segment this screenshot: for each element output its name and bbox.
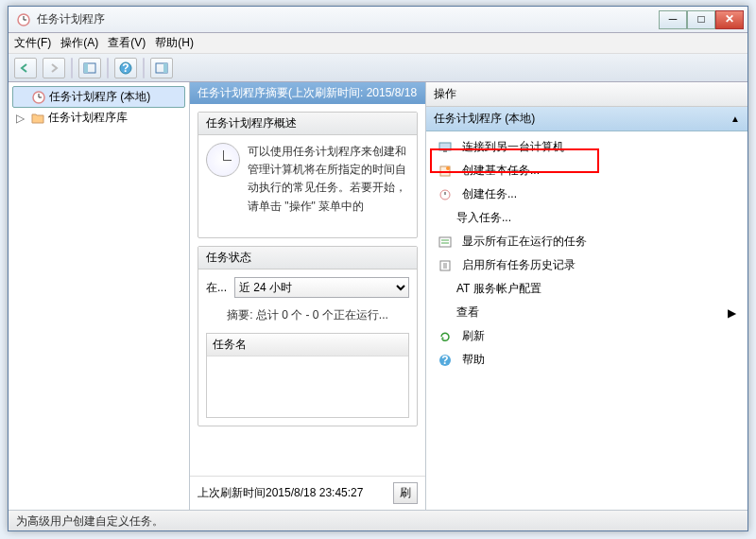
help-button[interactable]: ? — [114, 58, 137, 78]
action-at-config-label: AT 服务帐户配置 — [456, 281, 541, 297]
menu-bar: 文件(F) 操作(A) 查看(V) 帮助(H) — [9, 33, 747, 54]
action-view-label: 查看 — [456, 304, 479, 321]
hide-tree-button[interactable] — [78, 58, 101, 78]
svg-rect-8 — [163, 63, 167, 73]
clock-icon — [206, 143, 240, 177]
toolbar: ? — [9, 54, 747, 82]
expander-icon[interactable]: ▷ — [16, 112, 27, 125]
window-title: 任务计划程序 — [37, 11, 659, 27]
task-list-header[interactable]: 任务名 — [207, 334, 408, 356]
actions-subheader[interactable]: 任务计划程序 (本地) ▲ — [426, 107, 747, 131]
wizard-icon — [438, 164, 453, 179]
action-show-running[interactable]: 显示所有正在运行的任务 — [426, 230, 747, 253]
action-at-config[interactable]: AT 服务帐户配置 — [426, 277, 747, 301]
collapse-icon[interactable]: ▲ — [730, 113, 740, 124]
content-area: 任务计划程序 (本地) ▷ 任务计划程序库 任务计划程序摘要(上次刷新时间: 2… — [9, 82, 747, 510]
status-bar: 为高级用户创建自定义任务。 — [9, 510, 747, 530]
toolbar-separator-2 — [107, 58, 109, 78]
action-create-basic-label: 创建基本任务... — [462, 163, 540, 179]
action-create-label: 创建任务... — [462, 186, 517, 202]
svg-point-15 — [446, 166, 450, 170]
task-icon — [438, 187, 453, 202]
status-panel: 任务状态 在... 近 24 小时 摘要: 总计 0 个 - 0 个正在运行..… — [198, 246, 418, 426]
actions-pane: 操作 任务计划程序 (本地) ▲ 连接到另一台计算机... 创建基本任务... … — [426, 82, 747, 510]
scheduler-icon — [32, 91, 45, 104]
svg-text:?: ? — [122, 61, 129, 75]
close-button[interactable]: ✕ — [715, 10, 744, 29]
menu-file[interactable]: 文件(F) — [14, 35, 51, 51]
main-window: 任务计划程序 ─ □ ✕ 文件(F) 操作(A) 查看(V) 帮助(H) ? 任… — [8, 6, 748, 531]
action-create-basic[interactable]: 创建基本任务... — [426, 159, 747, 183]
last-refresh-time: 上次刷新时间2015/8/18 23:45:27 — [198, 485, 386, 501]
window-buttons: ─ □ ✕ — [659, 10, 744, 29]
svg-rect-12 — [439, 143, 451, 150]
action-help[interactable]: ? 帮助 — [426, 348, 747, 372]
running-tasks-icon — [438, 235, 453, 250]
back-button[interactable] — [14, 58, 37, 78]
actions-subheader-label: 任务计划程序 (本地) — [434, 111, 535, 127]
action-refresh[interactable]: 刷新 — [426, 324, 747, 348]
svg-rect-18 — [439, 237, 451, 247]
submenu-arrow-icon: ▶ — [728, 306, 736, 320]
action-show-running-label: 显示所有正在运行的任务 — [462, 234, 587, 250]
tree-root-label: 任务计划程序 (本地) — [49, 89, 150, 105]
status-range-select[interactable]: 近 24 小时 — [234, 277, 409, 298]
title-bar[interactable]: 任务计划程序 ─ □ ✕ — [9, 7, 747, 33]
refresh-button[interactable]: 刷 — [393, 482, 418, 504]
action-import-label: 导入任务... — [456, 210, 511, 226]
action-import[interactable]: 导入任务... — [426, 206, 747, 230]
computer-icon — [438, 140, 453, 155]
action-create[interactable]: 创建任务... — [426, 183, 747, 206]
status-bar-text: 为高级用户创建自定义任务。 — [16, 514, 163, 528]
summary-footer: 上次刷新时间2015/8/18 23:45:27 刷 — [190, 476, 425, 510]
toolbar-separator-3 — [143, 58, 145, 78]
action-enable-history[interactable]: 启用所有任务历史记录 — [426, 253, 747, 277]
actions-list: 连接到另一台计算机... 创建基本任务... 创建任务... 导入任务... 显… — [426, 131, 747, 375]
maximize-button[interactable]: □ — [687, 10, 715, 29]
overview-text: 可以使用任务计划程序来创建和管理计算机将在所指定的时间自动执行的常见任务。若要开… — [248, 143, 409, 230]
status-panel-title: 任务状态 — [198, 247, 417, 270]
overview-panel-title: 任务计划程序概述 — [198, 113, 417, 135]
status-label: 在... — [206, 280, 227, 296]
action-enable-history-label: 启用所有任务历史记录 — [462, 257, 576, 273]
actions-header: 操作 — [426, 82, 747, 107]
action-connect-label: 连接到另一台计算机... — [462, 139, 574, 155]
hide-actions-button[interactable] — [150, 58, 173, 78]
svg-rect-13 — [443, 150, 447, 152]
menu-view[interactable]: 查看(V) — [108, 35, 146, 51]
overview-panel: 任务计划程序概述 可以使用任务计划程序来创建和管理计算机将在所指定的时间自动执行… — [198, 112, 418, 238]
summary-body: 任务计划程序概述 可以使用任务计划程序来创建和管理计算机将在所指定的时间自动执行… — [190, 104, 425, 476]
status-summary: 摘要: 总计 0 个 - 0 个正在运行... — [206, 307, 409, 323]
tree-root[interactable]: 任务计划程序 (本地) — [12, 86, 185, 108]
toolbar-separator — [71, 58, 73, 78]
tree-library[interactable]: ▷ 任务计划程序库 — [12, 108, 185, 128]
task-list[interactable]: 任务名 — [206, 333, 409, 418]
folder-icon — [31, 113, 44, 124]
action-help-label: 帮助 — [462, 352, 485, 368]
svg-text:?: ? — [441, 354, 448, 367]
action-connect[interactable]: 连接到另一台计算机... — [426, 135, 747, 159]
minimize-button[interactable]: ─ — [659, 10, 687, 29]
tree-pane[interactable]: 任务计划程序 (本地) ▷ 任务计划程序库 — [9, 82, 190, 510]
refresh-icon — [438, 329, 453, 344]
action-refresh-label: 刷新 — [462, 328, 485, 344]
help-icon: ? — [438, 353, 453, 368]
menu-action[interactable]: 操作(A) — [60, 35, 98, 51]
history-icon — [438, 258, 453, 273]
scheduler-icon — [16, 12, 31, 27]
svg-rect-4 — [84, 63, 88, 73]
menu-help[interactable]: 帮助(H) — [155, 35, 194, 51]
summary-pane: 任务计划程序摘要(上次刷新时间: 2015/8/18 任务计划程序概述 可以使用… — [190, 82, 426, 510]
action-view[interactable]: 查看 ▶ — [426, 301, 747, 324]
tree-library-label: 任务计划程序库 — [48, 110, 128, 126]
forward-button[interactable] — [43, 58, 65, 78]
summary-header: 任务计划程序摘要(上次刷新时间: 2015/8/18 — [190, 82, 425, 104]
